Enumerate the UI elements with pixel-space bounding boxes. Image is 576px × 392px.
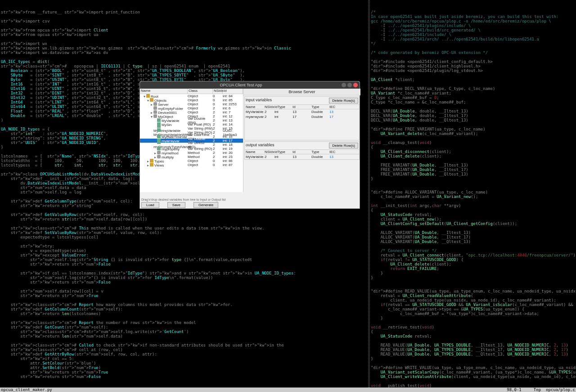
- grid-col-header[interactable]: IEC: [329, 105, 359, 109]
- grid-col-header[interactable]: IEC: [329, 150, 359, 154]
- grid-col-header[interactable]: Name: [245, 150, 265, 154]
- generate-button[interactable]: Generate: [194, 202, 218, 208]
- tree-header: Name Class NSIdx Id: [140, 89, 243, 94]
- tree-col-class[interactable]: Class: [188, 89, 213, 94]
- grid-col-header[interactable]: Type: [311, 150, 329, 154]
- grid-col-header[interactable]: NSIdx: [265, 150, 274, 154]
- dialog-titlebar[interactable]: OPCUA Client Test App: [140, 81, 360, 89]
- load-button[interactable]: Load: [141, 202, 159, 208]
- status-file-left: opcua_client_maker.py: [1, 387, 52, 392]
- grid-col-header[interactable]: IdType: [274, 150, 292, 154]
- output-grid[interactable]: MyVariable2int13Double13: [245, 154, 359, 159]
- grid-row[interactable]: myarrayvar2int17Double17: [245, 114, 359, 119]
- grid-col-header[interactable]: NSIdx: [265, 105, 274, 109]
- status-file-right: opcua/plop.c: [546, 387, 575, 392]
- status-pos: 98,0-1: [507, 387, 522, 392]
- tree-col-nsidx[interactable]: NSIdx: [213, 89, 223, 94]
- close-icon[interactable]: [353, 83, 358, 87]
- input-section: input variables Delete Row(s) NameNSIdxI…: [244, 96, 360, 140]
- grid-col-header[interactable]: Id: [292, 105, 311, 109]
- drag-tip: Drag'n'drop desired variables from tree …: [140, 198, 243, 202]
- maximize-icon[interactable]: [347, 83, 352, 87]
- grid-col-header[interactable]: Name: [245, 105, 265, 109]
- right-code-content: /* In case open62541 was built just asid…: [371, 10, 575, 388]
- status-bar: opcua_client_maker.py 98,0-1 Top opcua/p…: [0, 387, 576, 392]
- grid-row[interactable]: MyVariable2int13Double13: [245, 109, 359, 114]
- tree-col-id[interactable]: Id: [223, 89, 243, 94]
- save-button[interactable]: Save: [167, 202, 185, 208]
- delete-output-row-button[interactable]: Delete Row(s): [329, 143, 358, 149]
- dialog-title: OPCUA Client Test App: [142, 83, 340, 87]
- tree-col-name[interactable]: Name: [140, 89, 188, 94]
- dialog-bottom-left: Drag'n'drop desired variables from tree …: [140, 198, 243, 208]
- opcua-dialog: OPCUA Client Test App Name Class NSIdx I…: [140, 81, 360, 209]
- right-editor-pane[interactable]: /* In case open62541 was built just asid…: [370, 0, 576, 388]
- tree-pane: Name Class NSIdx Id ▾RootObject0int: 84▾…: [140, 89, 243, 192]
- delete-input-row-button[interactable]: Delete Row(s): [329, 98, 358, 104]
- input-vars-label: input variables: [246, 98, 329, 104]
- grid-col-header[interactable]: Type: [311, 105, 329, 109]
- status-scroll: Top: [534, 387, 541, 392]
- tree-body[interactable]: ▾RootObject0int: 84▾ObjectsObject0int: 8…: [140, 94, 243, 192]
- dialog-right-panel: Browse Server input variables Delete Row…: [243, 89, 360, 200]
- grid-col-header[interactable]: IdType: [274, 105, 292, 109]
- output-vars-label: output variables: [246, 143, 329, 149]
- output-grid-header: NameNSIdxIdTypeIdTypeIEC: [245, 149, 359, 154]
- minimize-icon[interactable]: [342, 83, 346, 87]
- output-section: output variables Delete Row(s) NameNSIdx…: [244, 141, 360, 160]
- input-grid[interactable]: MyVariable2int13Double13myarrayvar2int17…: [245, 109, 359, 119]
- grid-col-header[interactable]: Id: [292, 150, 311, 154]
- input-grid-header: NameNSIdxIdTypeIdTypeIEC: [245, 104, 359, 109]
- tree-row[interactable]: ▸ViewsObject0int: 87: [140, 163, 243, 167]
- browse-server-label[interactable]: Browse Server: [243, 89, 360, 95]
- grid-row[interactable]: MyVariable2int13Double13: [245, 154, 359, 159]
